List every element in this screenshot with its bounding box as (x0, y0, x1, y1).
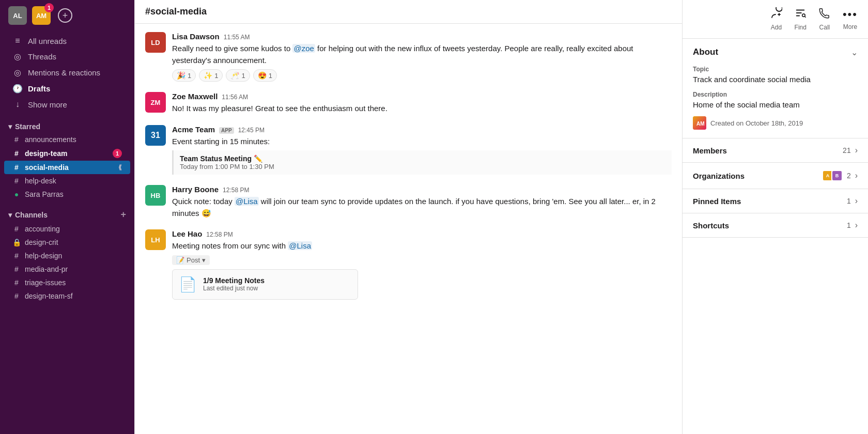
organizations-count: 2 (847, 172, 851, 180)
channel-hash-icon: # (12, 163, 21, 172)
doc-icon: 📄 (179, 276, 197, 293)
about-header: About ⌄ (693, 47, 858, 57)
organizations-chevron-icon: › (855, 171, 858, 180)
members-row[interactable]: Members 21 › (683, 138, 868, 163)
channel-social-media[interactable]: # social-media ⟪ (4, 161, 130, 174)
avatar-lisa: LD (145, 32, 166, 53)
reaction-heart-eyes[interactable]: 😍 1 (253, 69, 277, 82)
svg-rect-0 (796, 10, 805, 11)
msg-header-acme: Acme Team APP 12:45 PM (172, 125, 672, 134)
shortcuts-row[interactable]: Shortcuts 1 › (683, 213, 868, 238)
right-panel-header: Add Find Call ••• (683, 0, 868, 39)
chat-area: #social-media LD Lisa Dawson 11:55 AM Re… (134, 0, 682, 434)
event-card: Team Status Meeting ✏️ Today from 1:00 P… (172, 150, 672, 175)
channel-sara-parras[interactable]: ● Sara Parras (4, 188, 130, 201)
right-panel: Add Find Call ••• (682, 0, 868, 434)
organizations-row[interactable]: Organizations A B 2 › (683, 163, 868, 189)
doc-subtitle: Last edited just now (203, 285, 265, 292)
channel-design-team[interactable]: # design-team 1 (4, 146, 130, 161)
msg-text-harry: Quick note: today @Lisa will join our te… (172, 196, 672, 219)
sidebar-item-drafts[interactable]: 🕐 Drafts (4, 81, 130, 97)
avatar-al[interactable]: AL (8, 6, 27, 25)
channel-help-desk[interactable]: # help-desk (4, 174, 130, 188)
starred-chevron-icon: ▾ (8, 122, 12, 131)
channel-media-and-pr[interactable]: # media-and-pr (4, 262, 130, 276)
reaction-champagne[interactable]: 🥂 1 (226, 69, 250, 82)
starred-channels: # announcements # design-team 1 # social… (0, 133, 134, 201)
starred-section-header[interactable]: ▾ Starred (0, 114, 134, 133)
channels-list: # accounting 🔒 design-crit # help-design… (0, 222, 134, 303)
post-chevron-icon: ▾ (202, 256, 206, 264)
find-action[interactable]: Find (795, 7, 807, 31)
message-lee: LH Lee Hao 12:58 PM Meeting notes from o… (145, 229, 672, 300)
description-label: Description (693, 91, 858, 98)
find-label: Find (795, 24, 807, 31)
pinned-items-row[interactable]: Pinned Items 1 › (683, 189, 868, 213)
add-action[interactable]: Add (771, 7, 782, 31)
channel-accounting[interactable]: # accounting (4, 222, 130, 236)
doc-card[interactable]: 📄 1/9 Meeting Notes Last edited just now (172, 269, 358, 300)
shortcuts-count: 1 (847, 221, 851, 229)
channel-help-design[interactable]: # help-design (4, 249, 130, 262)
avatar-lee: LH (145, 229, 166, 250)
channel-hash-icon: # (12, 149, 21, 158)
msg-text-lisa: Really need to give some kudos to @zoe f… (172, 43, 672, 66)
add-channel-button[interactable]: + (120, 209, 126, 220)
message-harry: HB Harry Boone 12:58 PM Quick note: toda… (145, 185, 672, 219)
mention-lisa: @Lisa (235, 197, 259, 206)
message-body-lisa: Lisa Dawson 11:55 AM Really need to give… (172, 32, 672, 82)
channel-triage-issues[interactable]: # triage-issues (4, 276, 130, 289)
am-badge: 1 (44, 3, 54, 12)
msg-sender-acme: Acme Team (172, 125, 215, 134)
msg-time-zoe: 11:56 AM (222, 94, 248, 101)
msg-text-lee: Meeting notes from our sync with @Lisa (172, 240, 672, 252)
channel-hash-icon: # (12, 177, 21, 185)
event-title: Team Status Meeting ✏️ (180, 154, 665, 163)
chat-messages: LD Lisa Dawson 11:55 AM Really need to g… (135, 24, 682, 434)
message-zoe: ZM Zoe Maxwell 11:56 AM No! It was my pl… (145, 92, 672, 115)
show-more-icon: ↓ (12, 100, 23, 109)
sidebar-item-all-unreads[interactable]: ≡ All unreads (4, 33, 130, 49)
msg-sender-lisa: Lisa Dawson (172, 32, 220, 41)
reaction-confetti[interactable]: 🎉 1 (172, 69, 196, 82)
post-badge[interactable]: 📝 Post ▾ (172, 255, 210, 265)
call-action[interactable]: Call (819, 7, 830, 31)
mention-lisa-2: @Lisa (288, 241, 312, 250)
call-label: Call (819, 24, 830, 31)
msg-sender-harry: Harry Boone (172, 185, 219, 194)
channel-announcements[interactable]: # announcements (4, 133, 130, 146)
sidebar-item-threads[interactable]: ◎ Threads (4, 49, 130, 65)
doc-title: 1/9 Meeting Notes (203, 276, 265, 285)
shortcuts-right: 1 › (847, 221, 858, 230)
topic-value: Track and coordinate social media (693, 75, 858, 84)
channels-chevron-icon: ▾ (8, 211, 12, 219)
avatar-am[interactable]: AM 1 (32, 6, 51, 25)
msg-header-zoe: Zoe Maxwell 11:56 AM (172, 92, 672, 101)
message-body-acme: Acme Team APP 12:45 PM Event starting in… (172, 125, 672, 175)
add-workspace-button[interactable]: + (58, 8, 72, 23)
about-chevron-icon[interactable]: ⌄ (851, 48, 858, 57)
org-avatars: A B (822, 170, 843, 181)
channel-design-team-sf[interactable]: # design-team-sf (4, 289, 130, 303)
message-lisa: LD Lisa Dawson 11:55 AM Really need to g… (145, 32, 672, 82)
message-acme: 31 Acme Team APP 12:45 PM Event starting… (145, 125, 672, 175)
add-label: Add (771, 24, 782, 31)
avatar-acme: 31 (145, 125, 166, 146)
reaction-sparkles[interactable]: ✨ 1 (199, 69, 223, 82)
channel-hash-icon: # (12, 265, 21, 273)
msg-header-lisa: Lisa Dawson 11:55 AM (172, 32, 672, 41)
channel-design-crit[interactable]: 🔒 design-crit (4, 236, 130, 249)
msg-header-harry: Harry Boone 12:58 PM (172, 185, 672, 194)
more-action[interactable]: ••• More (843, 8, 858, 30)
message-body-zoe: Zoe Maxwell 11:56 AM No! It was my pleas… (172, 92, 672, 115)
members-chevron-icon: › (855, 146, 858, 155)
sidebar-item-show-more[interactable]: ↓ Show more (4, 97, 130, 112)
org-avatar-2: B (831, 170, 843, 181)
reactions-lisa: 🎉 1 ✨ 1 🥂 1 😍 1 (172, 69, 672, 82)
created-text: Created on October 18th, 2019 (710, 119, 803, 127)
sidebar-item-mentions[interactable]: ◎ Mentions & reactions (4, 65, 130, 81)
find-icon (795, 7, 806, 22)
add-icon (771, 7, 782, 22)
channels-section-header[interactable]: ▾ Channels + (0, 201, 134, 222)
svg-rect-2 (796, 16, 800, 17)
